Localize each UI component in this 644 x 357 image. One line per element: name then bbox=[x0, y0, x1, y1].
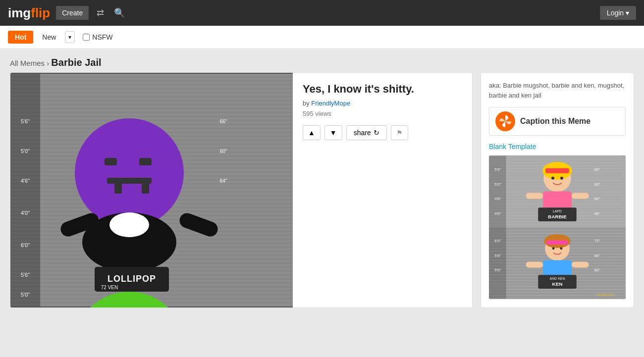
login-button[interactable]: Login ▾ bbox=[600, 6, 636, 20]
svg-point-68 bbox=[560, 247, 562, 250]
svg-rect-46 bbox=[545, 168, 569, 173]
svg-text:60": 60" bbox=[594, 167, 600, 172]
meme-svg: 5'6" 5'0" 4'6" 4'0" 6'0" 5'6" 5'0" 66" 6… bbox=[10, 73, 293, 307]
svg-rect-70 bbox=[526, 261, 543, 267]
svg-text:60": 60" bbox=[594, 182, 600, 187]
svg-text:60": 60" bbox=[220, 149, 227, 154]
breadcrumb: All Memes › Barbie Jail bbox=[0, 49, 644, 72]
right-sidebar: aka: Barbie mugshot, barbie and ken, mug… bbox=[481, 72, 634, 308]
svg-rect-51 bbox=[572, 193, 589, 199]
share-button[interactable]: share ↻ bbox=[346, 125, 387, 140]
svg-text:5'0": 5'0" bbox=[21, 148, 30, 154]
svg-rect-71 bbox=[572, 261, 589, 267]
caption-button[interactable]: Caption this Meme bbox=[489, 107, 626, 136]
svg-rect-16 bbox=[139, 158, 152, 165]
meme-views: 595 views bbox=[303, 110, 462, 117]
svg-text:LAPD: LAPD bbox=[553, 209, 562, 213]
svg-rect-50 bbox=[526, 193, 543, 199]
create-label: Create bbox=[62, 9, 83, 17]
header: imgflip Create ⇄ 🔍 Login ▾ bbox=[0, 0, 644, 26]
new-button[interactable]: New bbox=[37, 31, 61, 44]
nsfw-area: NSFW bbox=[83, 33, 112, 41]
svg-rect-66 bbox=[546, 241, 568, 245]
svg-point-67 bbox=[552, 247, 555, 250]
svg-text:5'6": 5'6" bbox=[494, 167, 501, 172]
svg-text:60": 60" bbox=[594, 268, 600, 272]
svg-text:KEN: KEN bbox=[552, 281, 563, 287]
svg-text:BARBIE: BARBIE bbox=[548, 214, 567, 219]
caption-icon bbox=[495, 111, 515, 131]
main-content: 5'6" 5'0" 4'6" 4'0" 6'0" 5'6" 5'0" 66" 6… bbox=[0, 72, 644, 318]
svg-text:5'0": 5'0" bbox=[494, 268, 501, 272]
meme-image: 5'6" 5'0" 4'6" 4'0" 6'0" 5'6" 5'0" 66" 6… bbox=[10, 73, 293, 307]
filter-bar: Hot New ▾ NSFW bbox=[0, 26, 644, 49]
shuffle-icon[interactable]: ⇄ bbox=[97, 7, 104, 18]
svg-text:6'0": 6'0" bbox=[21, 242, 30, 248]
hot-button[interactable]: Hot bbox=[8, 31, 33, 44]
svg-text:6'0": 6'0" bbox=[494, 239, 501, 243]
svg-text:72    VEN: 72 VEN bbox=[101, 285, 118, 290]
aka-text: aka: Barbie mugshot, barbie and ken, mug… bbox=[489, 81, 626, 100]
logo-area: imgflip Create ⇄ 🔍 bbox=[8, 5, 125, 21]
svg-text:5'6": 5'6" bbox=[494, 254, 501, 258]
meme-author: by FriendlyMope bbox=[303, 100, 462, 107]
search-icon[interactable]: 🔍 bbox=[114, 7, 125, 18]
svg-text:AND KEN: AND KEN bbox=[550, 277, 565, 280]
caption-label: Caption this Meme bbox=[520, 117, 590, 126]
svg-text:5'6": 5'6" bbox=[21, 272, 30, 278]
svg-rect-19 bbox=[142, 184, 149, 194]
svg-text:4'6": 4'6" bbox=[21, 178, 30, 184]
svg-text:4'0": 4'0" bbox=[21, 210, 30, 216]
svg-point-23 bbox=[109, 212, 149, 237]
meme-info: Yes, I know it's shitty. by FriendlyMope… bbox=[293, 73, 472, 307]
svg-text:LOLLIPOP: LOLLIPOP bbox=[107, 274, 156, 284]
all-memes-link[interactable]: All Memes bbox=[10, 59, 45, 67]
svg-text:72": 72" bbox=[594, 239, 600, 243]
svg-rect-57 bbox=[489, 227, 506, 299]
svg-text:5'0": 5'0" bbox=[494, 182, 501, 187]
flag-button[interactable]: ⚑ bbox=[391, 125, 408, 140]
svg-point-48 bbox=[560, 177, 563, 180]
svg-text:64": 64" bbox=[220, 178, 227, 184]
author-link[interactable]: FriendlyMope bbox=[311, 100, 350, 107]
logo-img: img bbox=[8, 5, 31, 20]
pinwheel-icon bbox=[498, 114, 512, 128]
share-label: share bbox=[354, 129, 371, 137]
nsfw-checkbox[interactable] bbox=[83, 34, 90, 41]
template-image[interactable]: 5'6" 5'0" 4'6" 4'0" 60" 60" 64" 48" bbox=[489, 155, 626, 299]
nsfw-label[interactable]: NSFW bbox=[92, 33, 112, 41]
meme-title: Yes, I know it's shitty. bbox=[303, 83, 462, 96]
create-button[interactable]: Create bbox=[56, 6, 89, 20]
logo-flip: flip bbox=[31, 5, 50, 20]
svg-point-14 bbox=[75, 118, 184, 227]
logo[interactable]: imgflip bbox=[8, 5, 50, 21]
page-title: Barbie Jail bbox=[51, 57, 101, 68]
svg-rect-15 bbox=[105, 158, 117, 165]
svg-rect-35 bbox=[489, 156, 506, 227]
sort-dropdown-button[interactable]: ▾ bbox=[65, 31, 75, 43]
meme-card: 5'6" 5'0" 4'6" 4'0" 6'0" 5'6" 5'0" 66" 6… bbox=[10, 72, 473, 308]
svg-rect-18 bbox=[114, 184, 122, 194]
svg-text:4'0": 4'0" bbox=[494, 211, 501, 216]
template-svg: 5'6" 5'0" 4'6" 4'0" 60" 60" 64" 48" bbox=[489, 155, 626, 299]
downvote-button[interactable]: ▼ bbox=[324, 125, 342, 140]
svg-text:66": 66" bbox=[220, 119, 227, 124]
blank-template-link[interactable]: Blank Template bbox=[489, 143, 626, 151]
svg-text:66": 66" bbox=[594, 254, 600, 258]
svg-text:64": 64" bbox=[594, 197, 600, 201]
upvote-button[interactable]: ▲ bbox=[303, 125, 321, 140]
share-icon: ↻ bbox=[374, 129, 379, 137]
author-prefix: by bbox=[303, 100, 310, 107]
svg-text:4'6": 4'6" bbox=[494, 197, 501, 201]
svg-rect-17 bbox=[107, 178, 152, 184]
svg-text:5'6": 5'6" bbox=[21, 118, 30, 124]
svg-text:48": 48" bbox=[594, 211, 600, 216]
svg-text:5'0": 5'0" bbox=[21, 292, 30, 298]
svg-text:HUNNY.CC: HUNNY.CC bbox=[596, 293, 614, 297]
vote-area: ▲ ▼ share ↻ ⚑ bbox=[303, 125, 462, 140]
svg-point-47 bbox=[551, 177, 554, 180]
breadcrumb-separator: › bbox=[47, 59, 51, 67]
